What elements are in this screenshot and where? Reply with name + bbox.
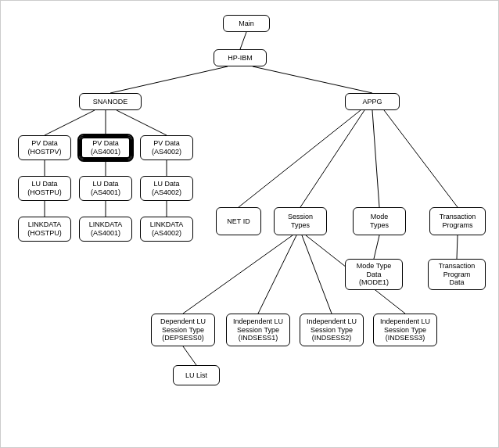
node-lu-list: LU List bbox=[173, 365, 220, 385]
svg-line-17 bbox=[457, 235, 458, 259]
node-transaction-programs: Transaction Programs bbox=[429, 207, 486, 235]
node-hp-ibm: HP-IBM bbox=[214, 49, 267, 66]
svg-line-5 bbox=[117, 110, 167, 135]
svg-line-16 bbox=[374, 235, 379, 259]
node-ludata-as4002: LU Data (AS4002) bbox=[140, 176, 193, 201]
node-linkdata-as4002: LINKDATA (AS4002) bbox=[140, 217, 193, 242]
node-pvdata-as4001: PV Data (AS4001) bbox=[79, 135, 132, 160]
node-pvdata-as4002: PV Data (AS4002) bbox=[140, 135, 193, 160]
node-main: Main bbox=[223, 15, 270, 32]
svg-line-1 bbox=[110, 66, 228, 93]
node-linkdata-hostpu: LINKDATA (HOSTPU) bbox=[18, 217, 71, 242]
svg-line-13 bbox=[300, 110, 364, 207]
node-ind-lu-session2: Independent LU Session Type (INDSESS2) bbox=[300, 314, 364, 346]
node-transaction-program-data: Transaction Program Data bbox=[428, 259, 486, 290]
node-netid: NET ID bbox=[216, 207, 261, 235]
svg-line-18 bbox=[183, 235, 293, 314]
node-ind-lu-session1: Independent LU Session Type (INDSESS1) bbox=[226, 314, 290, 346]
node-session-types: Session Types bbox=[274, 207, 327, 235]
svg-line-3 bbox=[45, 110, 95, 135]
node-mode-types: Mode Types bbox=[353, 207, 406, 235]
node-appg: APPG bbox=[345, 93, 400, 110]
node-ind-lu-session3: Independent LU Session Type (INDSESS3) bbox=[373, 314, 437, 346]
node-ludata-as4001: LU Data (AS4001) bbox=[79, 176, 132, 201]
svg-line-14 bbox=[372, 110, 379, 207]
node-dep-lu-session: Dependent LU Session Type (DEPSESS0) bbox=[151, 314, 215, 346]
node-mode-type-data: Mode Type Data (MODE1) bbox=[345, 259, 403, 290]
svg-line-0 bbox=[240, 32, 246, 49]
network-diagram: MainHP-IBMSNANODEAPPGPV Data (HOSTPV)PV … bbox=[0, 0, 499, 448]
node-snanode: SNANODE bbox=[79, 93, 142, 110]
svg-line-20 bbox=[302, 235, 332, 314]
svg-line-22 bbox=[183, 346, 196, 365]
node-linkdata-as4001: LINKDATA (AS4001) bbox=[79, 217, 132, 242]
node-ludata-hostpu: LU Data (HOSTPU) bbox=[18, 176, 71, 201]
node-pvdata-hostpv: PV Data (HOSTPV) bbox=[18, 135, 71, 160]
svg-line-15 bbox=[384, 110, 458, 207]
svg-line-12 bbox=[239, 110, 361, 207]
svg-line-2 bbox=[253, 66, 372, 93]
svg-line-19 bbox=[258, 235, 296, 314]
